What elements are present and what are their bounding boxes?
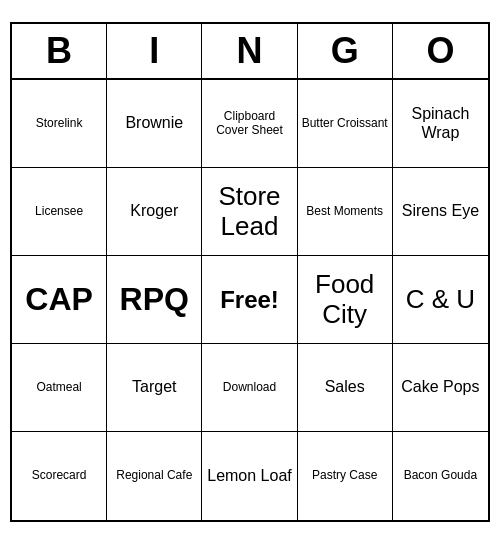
bingo-cell-14: C & U (393, 256, 488, 344)
cell-text-18: Sales (325, 378, 365, 396)
cell-text-22: Lemon Loaf (207, 467, 292, 485)
cell-text-9: Sirens Eye (402, 202, 479, 220)
bingo-cell-10: CAP (12, 256, 107, 344)
bingo-grid: StorelinkBrownieClipboard Cover SheetBut… (12, 80, 488, 520)
bingo-cell-6: Kroger (107, 168, 202, 256)
bingo-cell-11: RPQ (107, 256, 202, 344)
bingo-cell-22: Lemon Loaf (202, 432, 297, 520)
bingo-cell-5: Licensee (12, 168, 107, 256)
bingo-letter-b: B (12, 24, 107, 78)
cell-text-1: Brownie (125, 114, 183, 132)
cell-text-5: Licensee (35, 205, 83, 219)
bingo-cell-24: Bacon Gouda (393, 432, 488, 520)
bingo-cell-2: Clipboard Cover Sheet (202, 80, 297, 168)
bingo-cell-9: Sirens Eye (393, 168, 488, 256)
bingo-letter-n: N (202, 24, 297, 78)
bingo-cell-17: Download (202, 344, 297, 432)
bingo-cell-1: Brownie (107, 80, 202, 168)
bingo-cell-23: Pastry Case (298, 432, 393, 520)
bingo-cell-4: Spinach Wrap (393, 80, 488, 168)
cell-text-14: C & U (406, 285, 475, 315)
bingo-cell-15: Oatmeal (12, 344, 107, 432)
bingo-cell-12: Free! (202, 256, 297, 344)
bingo-cell-8: Best Moments (298, 168, 393, 256)
bingo-letter-i: I (107, 24, 202, 78)
bingo-cell-13: Food City (298, 256, 393, 344)
cell-text-23: Pastry Case (312, 469, 377, 483)
cell-text-8: Best Moments (306, 205, 383, 219)
cell-text-11: RPQ (120, 281, 189, 318)
bingo-card: BINGO StorelinkBrownieClipboard Cover Sh… (10, 22, 490, 522)
bingo-cell-19: Cake Pops (393, 344, 488, 432)
cell-text-13: Food City (302, 270, 388, 330)
bingo-cell-7: Store Lead (202, 168, 297, 256)
bingo-cell-16: Target (107, 344, 202, 432)
bingo-letter-g: G (298, 24, 393, 78)
bingo-letter-o: O (393, 24, 488, 78)
cell-text-3: Butter Croissant (302, 117, 388, 131)
cell-text-20: Scorecard (32, 469, 87, 483)
cell-text-2: Clipboard Cover Sheet (206, 110, 292, 138)
bingo-cell-20: Scorecard (12, 432, 107, 520)
bingo-cell-21: Regional Cafe (107, 432, 202, 520)
cell-text-6: Kroger (130, 202, 178, 220)
bingo-header: BINGO (12, 24, 488, 80)
cell-text-10: CAP (25, 281, 93, 318)
cell-text-12: Free! (220, 286, 279, 314)
cell-text-16: Target (132, 378, 176, 396)
cell-text-4: Spinach Wrap (397, 105, 484, 142)
cell-text-7: Store Lead (206, 182, 292, 242)
cell-text-17: Download (223, 381, 276, 395)
bingo-cell-3: Butter Croissant (298, 80, 393, 168)
cell-text-24: Bacon Gouda (404, 469, 477, 483)
bingo-cell-18: Sales (298, 344, 393, 432)
cell-text-0: Storelink (36, 117, 83, 131)
bingo-cell-0: Storelink (12, 80, 107, 168)
cell-text-21: Regional Cafe (116, 469, 192, 483)
cell-text-19: Cake Pops (401, 378, 479, 396)
cell-text-15: Oatmeal (36, 381, 81, 395)
